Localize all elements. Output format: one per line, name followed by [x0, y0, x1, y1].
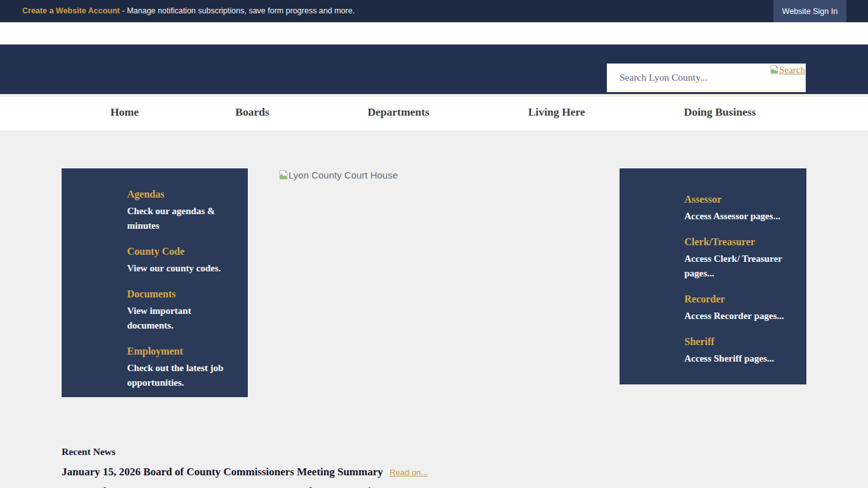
list-item: Recorder Access Recorder pages...	[684, 292, 789, 323]
quick-link-desc: Check our agendas & minutes	[127, 204, 226, 233]
quick-link-employment[interactable]: Employment	[127, 344, 183, 358]
quick-link-desc: View important documents.	[127, 304, 226, 333]
search-input[interactable]	[620, 70, 740, 85]
nav-item-boards[interactable]: Boards	[235, 105, 269, 119]
account-promo-text: - Manage notification subscriptions, sav…	[122, 6, 355, 15]
hero-image: Lyon County Court House	[278, 170, 398, 182]
header-spacer	[0, 22, 868, 44]
nav-item-doing-business[interactable]: Doing Business	[684, 105, 756, 119]
quick-link-desc: Access Recorder pages...	[684, 309, 789, 323]
news-item-title: "Be Ready, Get Set & Go Now!" Emergency …	[62, 485, 383, 488]
list-item: Agendas Check our agendas & minutes	[127, 187, 226, 233]
quick-link-agendas[interactable]: Agendas	[127, 187, 165, 201]
broken-image-icon	[770, 65, 779, 77]
news-item: January 15, 2026 Board of County Commiss…	[62, 466, 761, 478]
hero-image-alt-text: Lyon County Court House	[288, 170, 398, 181]
quick-link-desc: Access Clerk/ Treasurer pages...	[684, 252, 789, 281]
nav-item-departments[interactable]: Departments	[367, 105, 429, 119]
search-button-alt-text: Search	[779, 65, 805, 76]
top-utility-bar: Create a Website Account - Manage notifi…	[0, 0, 868, 22]
news-item-title: January 15, 2026 Board of County Commiss…	[62, 466, 383, 478]
list-item: County Code View our county codes.	[127, 245, 226, 276]
read-on-link[interactable]: Read on...	[390, 468, 428, 477]
search-button[interactable]: Search	[770, 65, 805, 77]
quick-link-clerk-treasurer[interactable]: Clerk/Treasurer	[684, 235, 755, 249]
main-navigation: Home Boards Departments Living Here Doin…	[0, 94, 868, 130]
quick-link-desc: View our county codes.	[127, 261, 226, 276]
main-content: Agendas Check our agendas & minutes Coun…	[0, 130, 868, 488]
list-item: Documents View important documents.	[127, 287, 226, 333]
site-search: Search	[607, 64, 806, 92]
list-item: Clerk/Treasurer Access Clerk/ Treasurer …	[684, 235, 789, 281]
list-item: Employment Check out the latest job oppo…	[127, 344, 226, 390]
list-item: Assessor Access Assessor pages...	[684, 193, 789, 224]
nav-item-living-here[interactable]: Living Here	[528, 105, 585, 119]
quick-link-sheriff[interactable]: Sheriff	[684, 335, 714, 349]
broken-image-icon	[278, 170, 288, 182]
create-account-link[interactable]: Create a Website Account	[22, 6, 120, 15]
quick-link-assessor[interactable]: Assessor	[684, 193, 722, 207]
recent-news-heading: Recent News	[62, 446, 761, 458]
quick-link-desc: Access Assessor pages...	[684, 209, 789, 224]
quick-link-recorder[interactable]: Recorder	[684, 292, 725, 306]
recent-news-section: Recent News January 15, 2026 Board of Co…	[62, 446, 761, 488]
quick-link-desc: Check out the latest job opportunities.	[127, 361, 226, 390]
quick-links-panel-left: Agendas Check our agendas & minutes Coun…	[62, 168, 248, 397]
quick-link-desc: Access Sheriff pages...	[684, 351, 789, 366]
nav-item-home[interactable]: Home	[111, 105, 139, 119]
account-promo: Create a Website Account - Manage notifi…	[22, 0, 355, 22]
news-item: "Be Ready, Get Set & Go Now!" Emergency …	[62, 485, 761, 488]
website-sign-in-button[interactable]: Website Sign In	[773, 0, 846, 22]
quick-link-county-code[interactable]: County Code	[127, 245, 184, 259]
quick-link-documents[interactable]: Documents	[127, 287, 175, 301]
quick-links-panel-right: Assessor Access Assessor pages... Clerk/…	[620, 168, 806, 384]
list-item: Sheriff Access Sheriff pages...	[684, 335, 789, 366]
site-header: Click to Home	[0, 44, 868, 94]
